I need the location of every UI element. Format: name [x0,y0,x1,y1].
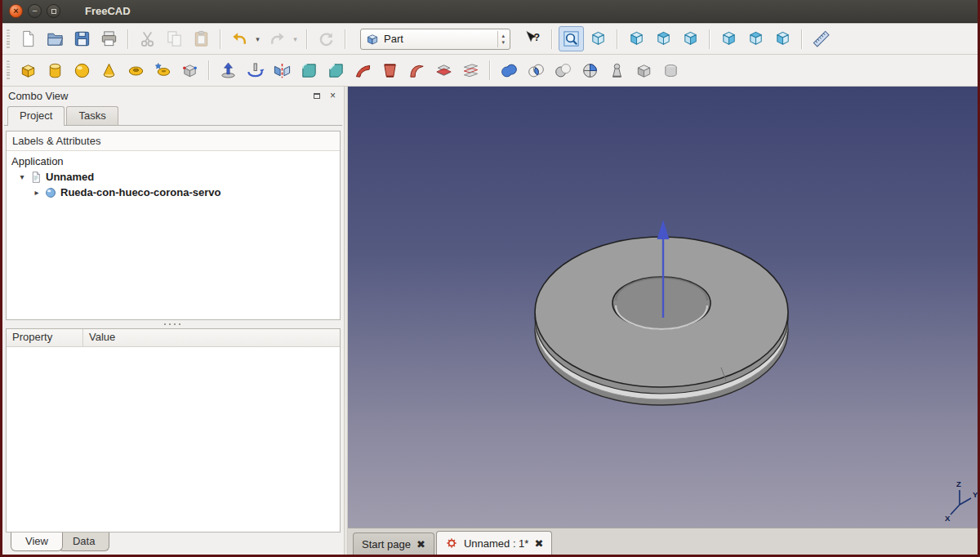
part-feature-icon [44,186,57,199]
tab-data[interactable]: Data [58,532,109,551]
part-revolve-button[interactable] [243,58,268,83]
view-right-button[interactable] [678,26,703,51]
part-boolean-operation-button[interactable] [577,58,603,83]
workbench-spinner-icon[interactable]: ▴▾ [497,31,508,47]
close-tab-icon[interactable]: ✖ [534,538,543,549]
chevron-right-icon[interactable]: ▸ [33,188,41,197]
open-document-button[interactable] [42,26,68,51]
view-bottom-button[interactable] [743,26,768,51]
close-panel-button[interactable]: × [327,91,338,101]
3d-viewport[interactable]: Z Y X [348,87,978,528]
cut-icon [138,29,157,48]
part-cylinder-button[interactable] [42,58,68,83]
undo-button[interactable] [227,26,252,51]
copy-button [162,26,187,51]
svg-text:?: ? [533,32,540,43]
tab-project[interactable]: Project [7,106,65,126]
model-disc[interactable] [535,237,788,405]
window-maximize-button[interactable] [47,4,60,18]
view-axonometric-button[interactable] [586,26,611,51]
copy-icon [165,29,184,48]
mdi-tab-unnamed-document[interactable]: Unnamed : 1*✖ [436,531,552,555]
titlebar: × − FreeCAD [2,0,978,23]
part-section-button[interactable] [431,58,457,83]
cube-rear-icon [719,29,738,48]
fillet-icon [300,61,318,80]
whats-this-button[interactable]: ? [520,26,546,51]
sweep-icon [408,61,426,80]
value-column-header[interactable]: Value [83,329,340,346]
property-column-header[interactable]: Property [7,329,83,346]
part-cross-sections-button[interactable] [458,58,483,83]
workbench-selector[interactable]: Part▴▾ [360,29,510,50]
tab-tasks[interactable]: Tasks [66,106,118,125]
view-front-button[interactable] [624,26,649,51]
to-solid-icon [635,61,653,80]
chevron-down-icon[interactable]: ▾ [18,172,26,181]
tree-node[interactable]: ▸Rueda-con-hueco-corona-servo [7,185,340,200]
toolbar-separator [345,29,346,49]
part-refine-shape-button[interactable] [658,58,684,83]
wb-part-icon [365,32,380,47]
part-cone-button[interactable] [96,58,122,83]
part-torus-button[interactable] [123,58,149,83]
mdi-tab-label: Unnamed : 1* [464,537,529,550]
view-left-button[interactable] [770,26,795,51]
bool-union-icon [500,61,519,80]
refine-icon [662,61,680,80]
toolbar-separator [127,29,129,49]
print-button[interactable] [96,26,122,51]
bool-op-icon [581,61,599,80]
minimize-icon: − [32,7,37,16]
part-sphere-button[interactable] [69,58,95,83]
redo-icon [268,29,287,48]
tree-node[interactable]: ▾Unnamed [7,169,340,185]
part-sweep-button[interactable] [404,58,430,83]
measure-distance-button[interactable] [808,26,834,51]
part-extrude-button[interactable] [216,58,241,83]
save-document-button[interactable] [69,26,95,51]
bool-cut-icon [554,61,572,80]
paste-button [189,26,214,51]
float-panel-button[interactable] [311,91,322,101]
toolbar-drag-handle[interactable] [7,29,10,49]
part-boolean-cut-button[interactable] [550,58,576,83]
view-top-button[interactable] [651,26,676,51]
part-mirror-button[interactable] [270,58,295,83]
window-close-button[interactable]: × [9,4,23,18]
panel-splitter[interactable] [4,320,342,328]
part-boolean-common-button[interactable] [523,58,549,83]
tree-root-application[interactable]: Application [7,154,340,169]
part-loft-button[interactable] [377,58,403,83]
part-join-button[interactable] [604,58,630,83]
undo-button-dropdown[interactable]: ▾ [252,27,263,51]
part-fillet-button[interactable] [296,58,322,83]
part-convert-to-solid-button[interactable] [631,58,657,83]
loft-icon [381,61,399,80]
part-shapebuilder-button[interactable] [177,58,203,83]
part-chamfer-button[interactable] [323,58,349,83]
axis-y-label: Y [973,490,978,499]
toolbar-drag-handle[interactable] [7,60,10,80]
close-icon: × [330,91,336,100]
p-shapebuilder-icon [180,61,199,80]
cube-front-icon [627,29,646,48]
part-box-button[interactable] [16,58,41,83]
redo-button-dropdown[interactable]: ▾ [290,27,301,51]
p-cone-icon [100,61,118,80]
mdi-tab-start-page[interactable]: Start page✖ [353,532,434,555]
tab-view[interactable]: View [11,532,63,551]
join-icon [608,61,626,80]
part-ruled-surface-button[interactable] [350,58,376,83]
part-primitives-button[interactable] [150,58,176,83]
p-sphere-icon [73,61,91,80]
part-boolean-union-button[interactable] [497,58,522,83]
view-rear-button[interactable] [716,26,742,51]
window-minimize-button[interactable]: − [28,4,42,18]
new-document-button[interactable] [16,26,41,51]
doc-new-icon [19,29,38,48]
doc-save-icon [73,29,91,48]
close-tab-icon[interactable]: ✖ [416,539,425,550]
measure-icon [812,29,831,48]
view-fit-all-button[interactable] [559,26,584,51]
